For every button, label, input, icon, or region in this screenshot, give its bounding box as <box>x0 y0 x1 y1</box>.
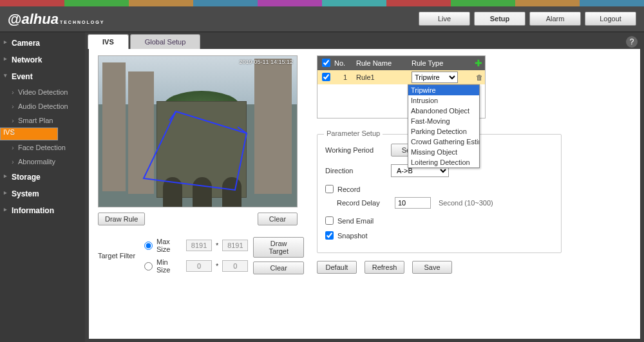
help-icon[interactable]: ? <box>626 36 638 48</box>
sidebar-camera[interactable]: Camera <box>0 35 85 52</box>
brand-logo: @alhua TECHNOLOGY <box>8 11 104 28</box>
sidebar-item-ivs[interactable]: IVS <box>0 128 58 140</box>
min-size-radio[interactable] <box>144 262 153 271</box>
max-size-label: Max Size <box>156 238 182 253</box>
tab-ivs[interactable]: IVS <box>88 34 129 49</box>
rule-table-head: No. Rule Name Rule Type ✚ <box>317 56 485 70</box>
sidebar-storage[interactable]: Storage <box>0 169 85 185</box>
rule-select-all[interactable] <box>322 59 330 67</box>
top-nav: Live Setup Alarm Logout <box>419 12 636 26</box>
clear-target-button[interactable]: Clear <box>253 261 304 274</box>
preview-timestamp: 2019-05-11 14:15:12 <box>239 59 293 65</box>
rule-table: No. Rule Name Rule Type ✚ 1 Rule1 Tripwi… <box>317 55 486 119</box>
col-name: Rule Name <box>356 59 412 67</box>
opt-loitering[interactable]: Loitering Detection <box>408 157 479 167</box>
rule-polygon[interactable] <box>137 108 266 198</box>
opt-fast-moving[interactable]: Fast-Moving <box>408 116 479 126</box>
rule-row-name: Rule1 <box>356 73 412 81</box>
sidebar-system[interactable]: System <box>0 185 85 202</box>
col-type: Rule Type <box>412 59 472 67</box>
record-delay-label: Record Delay <box>337 199 387 207</box>
record-delay-input[interactable] <box>395 197 431 209</box>
max-size-h[interactable] <box>222 240 248 251</box>
record-delay-hint: Second (10~300) <box>439 199 493 207</box>
content-area: IVS Global Setup ? 2019-05-11 14:15:12 <box>85 32 644 342</box>
save-button[interactable]: Save <box>412 261 452 274</box>
send-email-label: Send Email <box>337 217 374 225</box>
tab-bar: IVS Global Setup <box>88 32 644 49</box>
tab-global-setup[interactable]: Global Setup <box>130 34 201 49</box>
rule-row-no: 1 <box>334 73 356 81</box>
sidebar-event[interactable]: Event <box>0 68 85 85</box>
camera-preview[interactable]: 2019-05-11 14:15:12 <box>98 55 298 207</box>
sidebar-information[interactable]: Information <box>0 202 85 219</box>
min-size-w[interactable] <box>186 260 212 272</box>
record-label: Record <box>337 185 360 193</box>
opt-missing[interactable]: Missing Object <box>408 147 479 157</box>
min-size-h[interactable] <box>222 260 248 272</box>
rule-row-check[interactable] <box>322 73 330 81</box>
parameter-setup-legend: Parameter Setup <box>324 129 383 137</box>
action-row: Default Refresh Save <box>317 261 631 274</box>
nav-alarm[interactable]: Alarm <box>529 12 581 26</box>
snapshot-checkbox[interactable] <box>325 231 334 240</box>
working-period-label: Working Period <box>325 146 383 154</box>
refresh-button[interactable]: Refresh <box>365 261 404 274</box>
direction-label: Direction <box>325 167 383 175</box>
opt-tripwire[interactable]: Tripwire <box>408 85 479 95</box>
record-checkbox[interactable] <box>325 185 334 193</box>
opt-intrusion[interactable]: Intrusion <box>408 95 479 106</box>
target-filter-label: Target Filter <box>98 252 139 260</box>
nav-setup[interactable]: Setup <box>474 12 526 26</box>
rule-type-select[interactable]: Tripwire <box>412 71 458 83</box>
sidebar-item-smart-plan[interactable]: Smart Plan <box>0 113 85 128</box>
sidebar-item-face-detection[interactable]: Face Detection <box>0 140 85 155</box>
svg-marker-0 <box>144 111 247 190</box>
nav-live[interactable]: Live <box>419 12 470 26</box>
rule-type-dropdown[interactable]: Tripwire Intrusion Abandoned Object Fast… <box>408 84 480 168</box>
draw-target-button[interactable]: Draw Target <box>253 237 304 258</box>
delete-rule-icon[interactable]: 🗑 <box>473 73 485 81</box>
opt-abandoned[interactable]: Abandoned Object <box>408 106 479 116</box>
clear-rule-button[interactable]: Clear <box>258 213 298 225</box>
ivs-panel: 2019-05-11 14:15:12 Draw Rule Clear Targ… <box>89 49 640 339</box>
sidebar: Camera Network Event Video Detection Aud… <box>0 32 85 342</box>
default-button[interactable]: Default <box>317 261 357 274</box>
min-size-label: Min Size <box>156 258 182 274</box>
opt-parking[interactable]: Parking Detection <box>408 126 479 137</box>
opt-crowd[interactable]: Crowd Gathering Estimation <box>408 137 479 147</box>
right-column: No. Rule Name Rule Type ✚ 1 Rule1 Tripwi… <box>317 55 631 330</box>
col-no: No. <box>334 59 356 67</box>
sidebar-item-video-detection[interactable]: Video Detection <box>0 85 85 99</box>
snapshot-label: Snapshot <box>337 232 367 240</box>
nav-logout[interactable]: Logout <box>585 12 636 26</box>
draw-rule-button[interactable]: Draw Rule <box>98 213 145 225</box>
app-header: @alhua TECHNOLOGY Live Setup Alarm Logou… <box>0 6 644 32</box>
sidebar-network[interactable]: Network <box>0 52 85 68</box>
sidebar-item-audio-detection[interactable]: Audio Detection <box>0 99 85 113</box>
rule-row[interactable]: 1 Rule1 Tripwire 🗑 <box>317 70 485 84</box>
sidebar-item-abnormality[interactable]: Abnormality <box>0 155 85 169</box>
max-size-w[interactable] <box>186 240 212 251</box>
send-email-checkbox[interactable] <box>325 216 334 225</box>
max-size-radio[interactable] <box>144 242 153 250</box>
browser-bookmark-strip <box>0 0 644 6</box>
add-rule-icon[interactable]: ✚ <box>472 58 485 68</box>
left-column: 2019-05-11 14:15:12 Draw Rule Clear Targ… <box>98 55 304 330</box>
